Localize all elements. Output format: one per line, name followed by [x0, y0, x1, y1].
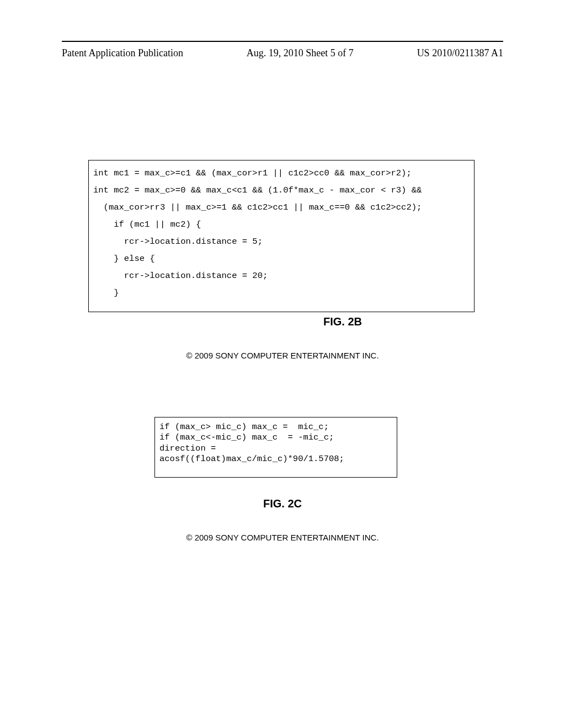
header-center: Aug. 19, 2010 Sheet 5 of 7 [247, 47, 354, 59]
code-listing-2c: if (max_c> mic_c) max_c = mic_c; if (max… [154, 417, 397, 478]
copyright-2b: © 2009 SONY COMPUTER ENTERTAINMENT INC. [0, 351, 565, 360]
copyright-2c: © 2009 SONY COMPUTER ENTERTAINMENT INC. [0, 533, 565, 542]
header-left: Patent Application Publication [62, 47, 183, 59]
header-rule [62, 41, 503, 42]
header-right: US 2010/0211387 A1 [417, 47, 503, 59]
page-header: Patent Application Publication Aug. 19, … [62, 47, 503, 59]
patent-page: Patent Application Publication Aug. 19, … [0, 0, 565, 728]
figure-label-2b: FIG. 2B [0, 315, 503, 328]
code-listing-2b: int mc1 = max_c>=c1 && (max_cor>r1 || c1… [88, 160, 475, 312]
figure-label-2c: FIG. 2C [0, 497, 565, 510]
